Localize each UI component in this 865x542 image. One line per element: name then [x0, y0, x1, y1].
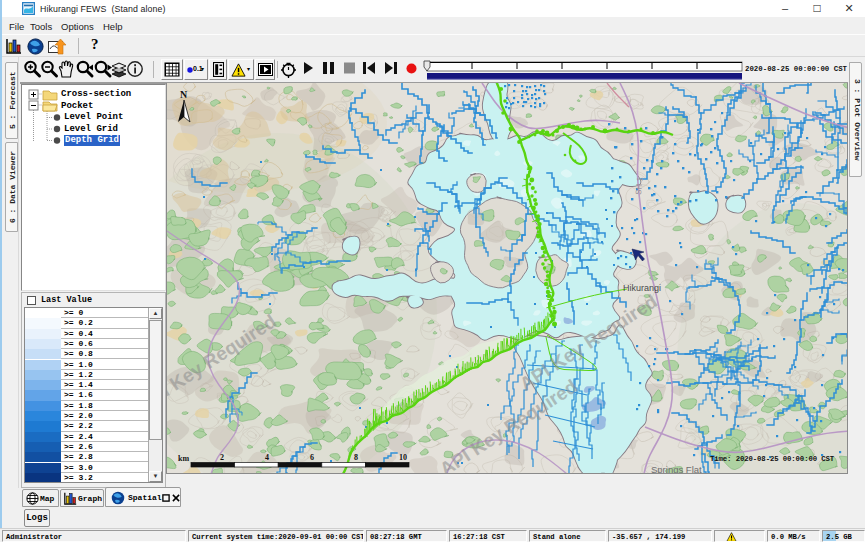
svg-text:Springs Flat: Springs Flat: [651, 464, 702, 474]
svg-text:6: 6: [310, 453, 314, 462]
svg-text:4: 4: [265, 453, 269, 462]
svg-text:Time: 2020-08-25 00:00:00 CST: Time: 2020-08-25 00:00:00 CST: [710, 455, 835, 463]
svg-text:N: N: [180, 89, 188, 100]
svg-text:10: 10: [399, 453, 407, 462]
svg-text:Hikurangi: Hikurangi: [623, 283, 661, 293]
svg-text:2: 2: [220, 453, 224, 462]
svg-text:8: 8: [354, 453, 358, 462]
svg-text:SH 1: SH 1: [634, 176, 645, 195]
svg-text:km: km: [178, 454, 189, 463]
